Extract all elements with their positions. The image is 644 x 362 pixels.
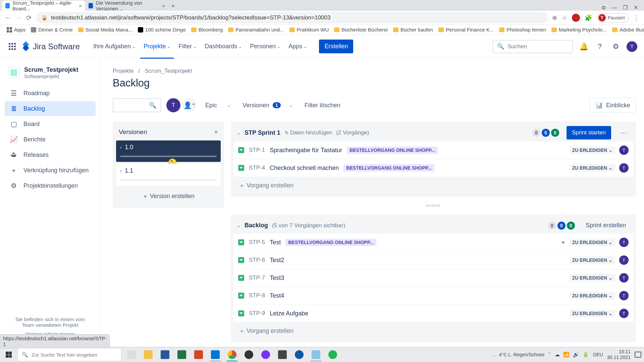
assignee-avatar[interactable]: T [619,238,629,247]
issue-row[interactable]: STP-9 Letze Aufgabe ZU ERLEDIGEN ⌄ T [233,304,633,322]
edge-icon[interactable] [291,348,307,361]
account-icon[interactable] [602,6,605,9]
issue-row[interactable]: STP-5 Test BESTELLVORGANG ONLINE SHOPP..… [233,234,633,251]
create-button[interactable]: Erstellen [319,40,353,53]
profile-paused[interactable]: T Pausiert [597,13,629,22]
bookmark[interactable]: 100 schöne Dinge [136,25,188,34]
sidebar-item-add-link[interactable]: ＋Verknüpfung hinzufügen [5,163,96,178]
version-card-active[interactable]: › 1.0 [116,140,221,162]
create-issue-button[interactable]: ＋ Vorgang erstellen [233,322,633,340]
avatar-user[interactable]: T [166,98,180,112]
browser-tab-active[interactable]: Scrum_Testprojekt – Agile-Board... × [2,1,85,11]
status-dropdown[interactable]: ZU ERLEDIGEN ⌄ [570,256,615,264]
epic-dropdown[interactable]: Epic ⌄ [202,99,234,112]
status-dropdown[interactable]: ZU ERLEDIGEN ⌄ [570,164,615,172]
bookmark[interactable]: Bücherliste Bücherei [332,25,390,34]
mail-icon[interactable] [207,348,223,361]
issue-row[interactable]: STP-8 Test4 ZU ERLEDIGEN ⌄ T [233,287,633,304]
chevron-down-icon[interactable]: ⌄ [237,223,240,228]
nav-projects[interactable]: Projekte⌄ [140,40,174,53]
bookmark[interactable]: Personal Finance K... [436,25,496,34]
nav-your-work[interactable]: Ihre Aufgaben⌄ [90,40,139,53]
back-icon[interactable]: ← [5,14,11,21]
clear-filter-button[interactable]: Filter löschen [301,99,344,112]
sidebar-item-reports[interactable]: 📈Berichte [5,132,96,147]
assignee-avatar[interactable]: T [619,291,629,300]
powerpoint-icon[interactable] [191,348,207,361]
nav-dashboards[interactable]: Dashboards⌄ [201,40,245,53]
issue-row[interactable]: STP-7 Test3 ZU ERLEDIGEN ⌄ T [233,269,633,287]
close-icon[interactable]: × [79,3,82,9]
close-icon[interactable]: ✕ [634,4,638,11]
issue-row[interactable]: STP-6 Test2 ZU ERLEDIGEN ⌄ T [233,251,633,269]
epic-label[interactable]: BESTELLVORGANG ONLINE SHOPP... [347,146,438,154]
bookmark[interactable]: Marketing Psycholo... [549,25,609,34]
assignee-avatar[interactable]: T [619,273,629,283]
url-field[interactable]: 🔒 testdeutsch1.atlassian.net/jira/softwa… [36,12,548,23]
bookmark[interactable]: Bücher kaufen [391,25,435,34]
tray-chevron-icon[interactable]: ˄ [548,352,551,357]
add-people-icon[interactable]: 👤⁺ [182,98,197,112]
create-sprint-button[interactable]: Sprint erstellen [582,219,630,232]
file-explorer-icon[interactable] [140,348,156,361]
settings-icon[interactable]: ⚙ [610,41,621,52]
issue-row[interactable]: STP-1 Spracheingabe für Tastatur BESTELL… [233,141,633,159]
issue-row[interactable]: STP-4 Checkout schnell machen BESTELLVOR… [233,159,633,177]
versions-dropdown[interactable]: Versionen 1 ⌄ [239,99,296,112]
new-tab-button[interactable]: + [168,1,178,11]
battery-icon[interactable]: 🔋 [583,352,589,358]
nav-people[interactable]: Personen⌄ [247,40,284,53]
insights-button[interactable]: 📊 Einblicke [590,98,636,113]
notepad-icon[interactable] [308,348,324,361]
sidebar-item-roadmap[interactable]: ☰Roadmap [5,86,96,101]
help-icon[interactable]: ? [594,41,605,52]
weather-widget[interactable]: ☁️ 4°C L. Regen/Schnee [491,352,545,357]
profile-avatar[interactable]: T [627,41,637,52]
nav-filters[interactable]: Filter⌄ [175,40,200,53]
assignee-avatar[interactable]: T [619,309,629,318]
link-icon[interactable]: ⚭ [561,239,566,246]
bookmark[interactable]: Social Media Mana... [76,25,135,34]
onedrive-icon[interactable]: ☁ [555,352,560,358]
add-dates-button[interactable]: ✎ Daten hinzufügen [284,130,332,136]
sidebar-item-backlog[interactable]: ≣Backlog [5,101,96,116]
close-icon[interactable]: × [162,3,165,9]
bookmark[interactable]: Bloomberg [189,25,225,34]
breadcrumb-projects[interactable]: Projekte [113,68,133,74]
backlog-search[interactable]: 🔍 [113,98,161,112]
project-header[interactable]: Scrum_Testprojekt Softwareprojekt [3,66,97,86]
notifications-icon[interactable]: 🔔 [578,41,589,52]
browser-tab[interactable]: Die Verwendung von Versionen ... × [85,1,168,11]
sidebar-item-board[interactable]: ▢Board [5,117,96,131]
bookmark[interactable]: Panoramabahn und... [226,25,286,34]
spotify-icon[interactable] [325,348,341,361]
app-icon[interactable] [274,348,290,361]
language-indicator[interactable]: DEU [593,352,603,357]
bookmark[interactable]: Adobe Illustrator [610,25,644,34]
sprint-title[interactable]: STP Sprint 1 [245,129,280,136]
obs-icon[interactable] [241,348,257,361]
backlog-title[interactable]: Backlog [245,222,268,229]
app-switcher-icon[interactable] [7,41,17,52]
wifi-icon[interactable]: 📶 [563,352,570,358]
chrome-icon[interactable] [224,348,240,361]
version-card[interactable]: › 1.1 [116,164,221,185]
jira-logo[interactable]: Jira Software [21,42,80,51]
nav-apps[interactable]: Apps⌄ [285,40,310,53]
sidebar-item-releases[interactable]: ⛴Releases [5,147,96,162]
status-dropdown[interactable]: ZU ERLEDIGEN ⌄ [570,238,615,246]
create-issue-button[interactable]: ＋ Vorgang erstellen [233,177,633,194]
excel-icon[interactable] [174,348,190,361]
extension-icon[interactable] [572,14,580,22]
bookmark-star-icon[interactable]: ☆ [562,14,567,21]
close-icon[interactable]: × [214,128,218,136]
search-input[interactable]: 🔍 Suchen [492,40,573,53]
task-view-icon[interactable] [123,348,140,361]
bookmark[interactable]: Dinner & Crime [29,25,75,34]
puzzle-icon[interactable]: 🧩 [585,14,592,21]
epic-label[interactable]: BESTELLVORGANG ONLINE SHOPP... [343,164,434,172]
minimize-icon[interactable]: — [611,5,617,11]
taskbar-search[interactable]: 🔍 Zur Suche Text hier eingeben [17,348,121,361]
start-sprint-button[interactable]: Sprint starten [567,126,611,139]
start-button[interactable] [1,348,17,361]
